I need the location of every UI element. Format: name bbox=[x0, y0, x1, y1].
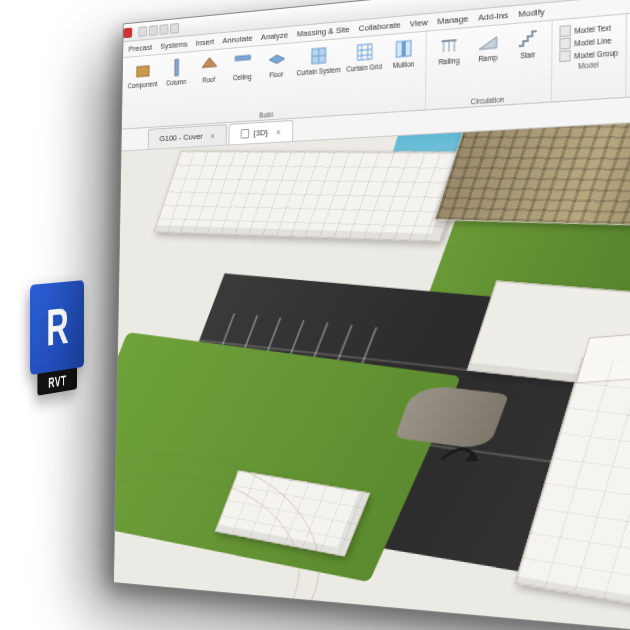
svg-line-12 bbox=[357, 55, 371, 56]
home-icon bbox=[241, 129, 250, 139]
roof-button[interactable]: Roof bbox=[195, 52, 223, 84]
tab-massing-site[interactable]: Massing & Site bbox=[297, 25, 350, 39]
close-icon[interactable]: × bbox=[276, 126, 281, 137]
quick-access-toolbar[interactable] bbox=[135, 22, 183, 37]
component-button[interactable]: Component bbox=[128, 58, 158, 90]
tab-insert[interactable]: Insert bbox=[196, 37, 214, 48]
ceiling-icon bbox=[233, 51, 252, 73]
qa-undo-icon[interactable] bbox=[149, 25, 158, 36]
tab-systems[interactable]: Systems bbox=[160, 39, 188, 51]
ramp-button[interactable]: Ramp bbox=[471, 28, 504, 64]
app-window: Autodesk Revit 2024 - Snowdon Tower Samp… bbox=[113, 0, 630, 630]
qa-save-icon[interactable] bbox=[138, 26, 147, 37]
stage: R RVT Autodesk Revit 2024 - Snowdon Towe… bbox=[0, 0, 630, 630]
qa-redo-icon[interactable] bbox=[159, 24, 168, 35]
qa-print-icon[interactable] bbox=[170, 22, 179, 33]
stair-icon bbox=[517, 26, 540, 50]
curtain-grid-icon bbox=[354, 41, 375, 64]
svg-rect-3 bbox=[235, 55, 250, 60]
tab-precast[interactable]: Precast bbox=[128, 43, 152, 54]
svg-marker-4 bbox=[269, 55, 284, 65]
tab-annotate[interactable]: Annotate bbox=[222, 33, 252, 45]
floor-icon bbox=[267, 48, 286, 70]
column-icon bbox=[167, 57, 185, 79]
component-icon bbox=[134, 60, 152, 81]
curtain-grid-button[interactable]: Curtain Grid bbox=[346, 39, 382, 74]
mullion-icon bbox=[393, 37, 414, 60]
curtain-system-icon bbox=[309, 44, 329, 67]
badge-ext: RVT bbox=[48, 372, 66, 391]
stair-button[interactable]: Stair bbox=[511, 25, 545, 61]
tab-manage[interactable]: Manage bbox=[437, 14, 468, 27]
badge-square: R bbox=[30, 280, 84, 375]
column-button[interactable]: Column bbox=[163, 55, 190, 87]
view-tab-3d[interactable]: {3D} × bbox=[229, 120, 294, 145]
ribbon-group-circulation: Railing Ramp Stair Circulation bbox=[426, 21, 553, 110]
ribbon-group-room-area: Room Room Separator Tag Room Room & Area bbox=[626, 6, 630, 96]
svg-rect-1 bbox=[174, 59, 178, 75]
svg-rect-14 bbox=[402, 41, 406, 57]
building-row bbox=[154, 150, 472, 241]
3d-viewport[interactable] bbox=[114, 103, 630, 630]
curtain-system-button[interactable]: Curtain System bbox=[297, 42, 341, 77]
roof-icon bbox=[200, 54, 219, 76]
model-group-icon bbox=[559, 50, 571, 62]
close-icon[interactable]: × bbox=[210, 130, 215, 141]
badge-ext-tab: RVT bbox=[37, 368, 77, 396]
tab-modify[interactable]: Modify bbox=[518, 7, 545, 20]
model-text-icon bbox=[560, 25, 572, 37]
badge-letter: R bbox=[46, 296, 69, 358]
svg-marker-20 bbox=[465, 450, 482, 463]
floor-button[interactable]: Floor bbox=[262, 47, 291, 80]
app-icon bbox=[123, 27, 132, 38]
model-line-icon bbox=[559, 37, 571, 49]
svg-marker-19 bbox=[479, 37, 497, 50]
mullion-button[interactable]: Mullion bbox=[388, 36, 420, 71]
tab-label: G100 - Cover bbox=[159, 132, 202, 144]
tab-view[interactable]: View bbox=[410, 17, 428, 28]
tab-collaborate[interactable]: Collaborate bbox=[359, 20, 401, 33]
svg-rect-8 bbox=[357, 44, 371, 60]
railing-button[interactable]: Railing bbox=[433, 32, 465, 67]
svg-line-11 bbox=[357, 49, 371, 50]
tab-label: {3D} bbox=[253, 128, 268, 138]
railing-icon bbox=[438, 33, 460, 57]
ramp-icon bbox=[477, 30, 499, 54]
svg-rect-0 bbox=[137, 66, 149, 77]
ribbon-group-model: Model Text Model Line Model Group Model bbox=[552, 14, 627, 101]
tab-analyze[interactable]: Analyze bbox=[261, 30, 288, 42]
ceiling-button[interactable]: Ceiling bbox=[228, 50, 257, 83]
svg-marker-2 bbox=[202, 57, 217, 67]
rvt-badge: R RVT bbox=[30, 280, 84, 375]
tab-addins[interactable]: Add-Ins bbox=[478, 10, 508, 23]
